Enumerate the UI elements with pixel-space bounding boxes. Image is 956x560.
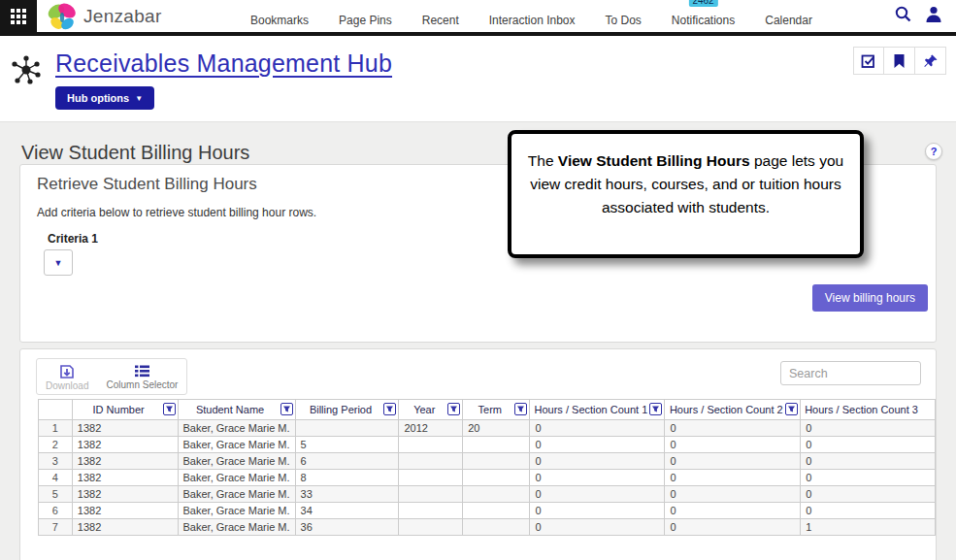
user-profile-icon[interactable] (925, 5, 942, 23)
table-cell (399, 437, 463, 453)
table-cell: 0 (530, 470, 665, 486)
check-square-icon (861, 53, 876, 69)
brand-name: Jenzabar (83, 6, 162, 27)
table-cell (399, 503, 463, 519)
hub-options-button[interactable]: Hub options ▼ (55, 86, 154, 110)
bookmark-button[interactable] (884, 47, 915, 75)
chevron-down-icon: ▼ (135, 94, 143, 103)
filter-icon[interactable] (514, 403, 527, 415)
table-cell: 0 (665, 470, 801, 486)
table-cell: 1 (801, 519, 936, 536)
table-row[interactable]: 71382Baker, Grace Marie M.36001 (39, 519, 936, 536)
table-cell: 5 (295, 437, 399, 453)
table-cell (399, 486, 463, 503)
search-icon[interactable] (894, 5, 912, 23)
filter-icon[interactable] (649, 403, 662, 415)
column-selector-button[interactable]: Column Selector (97, 359, 186, 394)
table-cell: 1382 (72, 503, 178, 519)
table-cell: 0 (801, 453, 936, 470)
help-button[interactable]: ? (925, 143, 942, 160)
table-cell: Baker, Grace Marie M. (178, 503, 295, 519)
table-cell: 0 (530, 420, 665, 437)
table-cell (463, 470, 530, 486)
row-number-cell: 7 (39, 519, 73, 536)
billing-table: ID NumberStudent NameBilling PeriodYearT… (38, 399, 936, 536)
table-cell: 6 (295, 453, 399, 470)
table-cell (463, 437, 530, 453)
nav-item-to-dos[interactable]: To Dos (606, 6, 642, 27)
table-cell: 1382 (72, 486, 178, 503)
row-number-cell: 5 (39, 486, 73, 503)
download-icon (59, 364, 75, 379)
filter-icon[interactable] (447, 403, 460, 415)
hub-header: Receivables Management Hub Hub options ▼ (0, 36, 956, 121)
pushpin-icon (923, 53, 939, 69)
table-row[interactable]: 21382Baker, Grace Marie M.5000 (39, 437, 936, 453)
filter-icon[interactable] (280, 403, 293, 415)
table-cell (463, 486, 530, 503)
filter-icon[interactable] (785, 403, 798, 415)
table-row[interactable]: 61382Baker, Grace Marie M.34000 (39, 503, 936, 519)
criteria-1-label: Criteria 1 (48, 232, 98, 246)
table-cell: Baker, Grace Marie M. (178, 453, 295, 470)
butterfly-logo-icon (45, 2, 80, 32)
table-cell: 0 (530, 519, 665, 536)
nav-item-interaction-inbox[interactable]: Interaction Inbox (489, 6, 576, 27)
table-cell: Baker, Grace Marie M. (178, 519, 295, 536)
billing-hours-grid-panel: Download Column Selector ID NumberStuden… (19, 348, 937, 560)
table-row[interactable]: 11382Baker, Grace Marie M.201220000 (39, 420, 936, 437)
row-number-cell: 3 (39, 453, 73, 470)
hub-title-link[interactable]: Receivables Management Hub (55, 49, 392, 78)
table-cell: 0 (665, 437, 801, 453)
table-row[interactable]: 31382Baker, Grace Marie M.6000 (39, 453, 936, 470)
table-cell (463, 519, 530, 536)
column-selector-label: Column Selector (106, 379, 178, 390)
table-cell: 0 (530, 503, 665, 519)
view-billing-hours-button[interactable]: View billing hours (812, 284, 928, 312)
apps-grid-icon (11, 9, 26, 24)
table-row[interactable]: 41382Baker, Grace Marie M.8000 (39, 470, 936, 486)
nav-item-calendar[interactable]: Calendar (765, 6, 812, 27)
criteria-1-dropdown[interactable]: ▼ (44, 249, 73, 276)
table-cell: 0 (801, 437, 936, 453)
grid-search-input[interactable] (780, 361, 921, 385)
column-header-year: Year (399, 400, 463, 420)
table-cell: 1382 (72, 453, 178, 470)
table-row[interactable]: 51382Baker, Grace Marie M.33000 (39, 486, 936, 503)
table-header-row: ID NumberStudent NameBilling PeriodYearT… (39, 400, 936, 420)
table-cell: 2012 (399, 420, 463, 437)
column-header-student-name: Student Name (178, 400, 295, 420)
nav-item-notifications[interactable]: Notifications2462 (672, 6, 735, 27)
row-number-cell: 4 (39, 470, 73, 486)
nav-item-bookmarks[interactable]: Bookmarks (250, 6, 309, 27)
top-navigation-bar: Jenzabar BookmarksPage PinsRecentInterac… (0, 0, 956, 36)
column-header-hours-section-count-2: Hours / Section Count 2 (665, 400, 801, 420)
page-title: View Student Billing Hours (21, 142, 249, 164)
table-cell: 0 (801, 503, 936, 519)
jenzabar-logo[interactable]: Jenzabar (45, 1, 162, 32)
callout-text-bold: View Student Billing Hours (558, 152, 750, 169)
edit-check-button[interactable] (853, 47, 884, 75)
table-cell: 0 (530, 437, 665, 453)
table-cell (399, 519, 463, 536)
filter-icon[interactable] (163, 403, 176, 415)
table-cell: 36 (295, 519, 399, 536)
nav-item-page-pins[interactable]: Page Pins (339, 6, 392, 27)
download-button[interactable]: Download (37, 359, 97, 394)
nav-item-recent[interactable]: Recent (422, 6, 459, 27)
column-header-billing-period: Billing Period (295, 400, 399, 420)
table-cell (295, 420, 399, 437)
panel-description: Add criteria below to retrieve student b… (37, 206, 316, 219)
table-cell: 0 (665, 486, 801, 503)
table-cell: Baker, Grace Marie M. (178, 420, 295, 437)
row-number-cell: 2 (39, 437, 73, 453)
filter-icon[interactable] (383, 403, 396, 415)
info-callout: The View Student Billing Hours page lets… (508, 130, 864, 258)
table-cell: 0 (530, 453, 665, 470)
pin-button[interactable] (915, 47, 946, 75)
app-launcher-button[interactable] (0, 0, 37, 32)
column-header-term: Term (463, 400, 530, 420)
table-cell: 1382 (72, 519, 178, 536)
table-cell: 0 (801, 470, 936, 486)
page-content: View Student Billing Hours ? Retrieve St… (0, 121, 956, 560)
